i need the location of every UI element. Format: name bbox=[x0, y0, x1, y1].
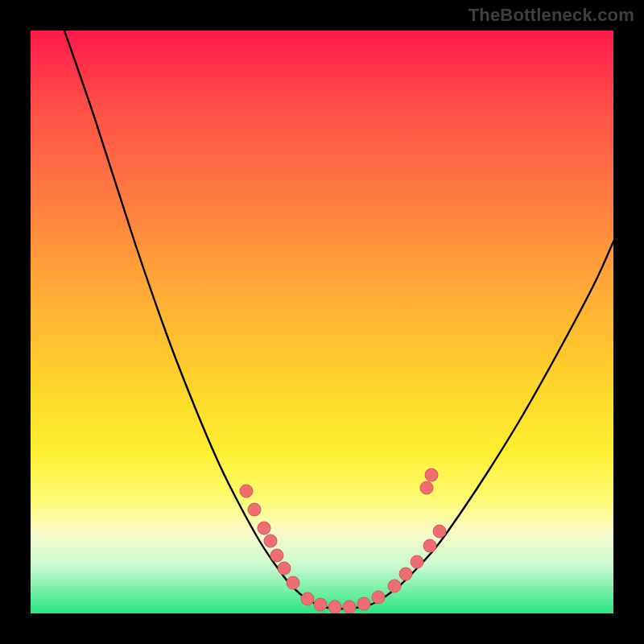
data-dot bbox=[248, 503, 261, 516]
data-dot bbox=[433, 525, 446, 538]
data-dot bbox=[240, 485, 253, 497]
data-dot bbox=[399, 568, 412, 580]
data-dot bbox=[357, 597, 370, 610]
data-dot bbox=[425, 469, 438, 481]
data-dot bbox=[372, 591, 385, 604]
watermark-text: TheBottleneck.com bbox=[469, 5, 634, 26]
plot-area bbox=[31, 31, 613, 613]
curve-svg bbox=[31, 31, 613, 613]
data-dot bbox=[314, 598, 327, 611]
data-dot bbox=[411, 555, 423, 568]
data-dot bbox=[287, 576, 299, 589]
data-dot bbox=[270, 549, 283, 562]
data-dot bbox=[278, 562, 291, 575]
data-dot bbox=[264, 535, 277, 547]
data-dot bbox=[420, 481, 433, 494]
data-dot bbox=[301, 592, 314, 605]
data-dot bbox=[328, 601, 341, 613]
data-dot bbox=[388, 580, 401, 592]
chart-frame: TheBottleneck.com bbox=[0, 0, 644, 644]
bottleneck-curve bbox=[64, 31, 613, 609]
data-dot bbox=[343, 601, 356, 613]
data-dots bbox=[240, 469, 446, 613]
data-dot bbox=[423, 539, 436, 552]
data-dot bbox=[258, 522, 270, 535]
